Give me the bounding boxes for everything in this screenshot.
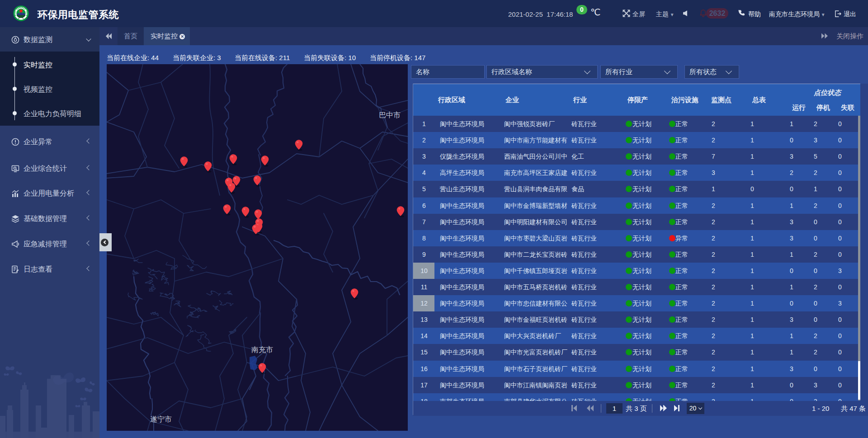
svg-text:遂宁市: 遂宁市	[150, 415, 172, 423]
svg-text:南充市: 南充市	[251, 346, 273, 353]
svg-text:巴中市: 巴中市	[379, 111, 401, 119]
